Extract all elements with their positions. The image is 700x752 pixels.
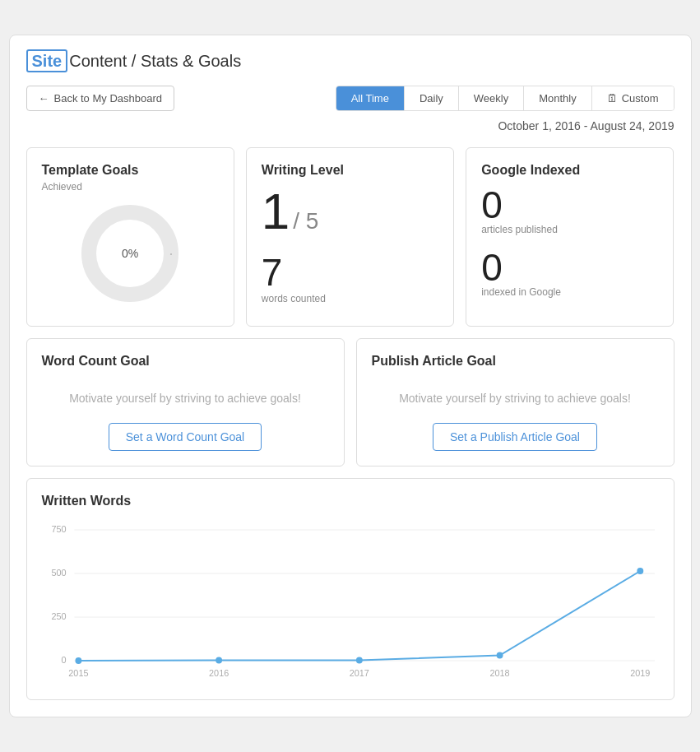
words-counted-number: 7 [262, 253, 438, 291]
set-publish-article-goal-button[interactable]: Set a Publish Article Goal [433, 423, 597, 451]
written-words-chart: 750 500 250 0 2015 2016 2017 2018 2019 [42, 520, 659, 685]
y-label-500: 500 [51, 568, 66, 578]
tab-monthly[interactable]: Monthly [524, 86, 592, 110]
data-point-2018 [496, 652, 503, 659]
x-label-2019: 2019 [630, 668, 650, 678]
google-indexed-card: Google Indexed 0 articles published 0 in… [466, 147, 674, 327]
y-label-750: 750 [51, 524, 66, 534]
writing-level-denom: / 5 [293, 208, 318, 234]
writing-level-title: Writing Level [262, 163, 438, 178]
data-point-2016 [216, 657, 222, 664]
tab-custom[interactable]: 🗓 Custom [592, 86, 674, 110]
indexed-label: indexed in Google [481, 286, 658, 298]
chart-card: Written Words 750 500 250 0 2015 2016 20… [26, 478, 675, 700]
tab-daily[interactable]: Daily [405, 86, 459, 110]
calendar-icon: 🗓 [607, 92, 618, 104]
chart-area: 750 500 250 0 2015 2016 2017 2018 2019 [42, 520, 659, 685]
publish-article-goal-title: Publish Article Goal [372, 354, 659, 369]
chart-line [78, 571, 640, 661]
y-label-250: 250 [51, 611, 66, 621]
articles-count: 0 [481, 186, 658, 224]
pie-label: 0% [122, 247, 138, 260]
breadcrumb-text: Content / Stats & Goals [69, 52, 241, 70]
data-point-2017 [355, 657, 362, 664]
indexed-count: 0 [481, 248, 658, 286]
chart-title: Written Words [42, 494, 659, 508]
stats-row: Template Goals Achieved 0% Writing Level… [26, 147, 675, 327]
x-label-2018: 2018 [489, 668, 509, 678]
breadcrumb: SiteContent / Stats & Goals [26, 52, 242, 71]
tab-custom-label: Custom [622, 92, 659, 104]
articles-label: articles published [481, 224, 658, 235]
template-goals-subtitle: Achieved [42, 181, 219, 193]
back-button[interactable]: ← Back to My Dashboard [26, 86, 175, 111]
page-header: SiteContent / Stats & Goals [26, 52, 675, 71]
time-tabs: All Time Daily Weekly Monthly 🗓 Custom [336, 86, 675, 111]
set-word-count-goal-button[interactable]: Set a Word Count Goal [109, 423, 262, 451]
data-point-2015 [75, 657, 81, 664]
writing-level-row: 1 / 5 [262, 186, 438, 237]
y-label-0: 0 [61, 655, 66, 665]
word-count-motivate: Motivate yourself by striving to achieve… [42, 392, 329, 405]
page-container: SiteContent / Stats & Goals ← Back to My… [9, 35, 692, 717]
indexed-in-google-stat: 0 indexed in Google [481, 248, 658, 298]
writing-level-number: 1 [262, 186, 290, 237]
goals-row: Word Count Goal Motivate yourself by str… [26, 338, 675, 467]
publish-article-motivate: Motivate yourself by striving to achieve… [372, 392, 659, 405]
x-label-2016: 2016 [209, 668, 229, 678]
tab-weekly[interactable]: Weekly [459, 86, 524, 110]
word-count-goal-title: Word Count Goal [42, 354, 329, 369]
template-goals-title: Template Goals [42, 163, 219, 178]
pie-chart-container: 0% [42, 204, 219, 303]
google-indexed-title: Google Indexed [481, 163, 658, 178]
x-label-2015: 2015 [68, 668, 88, 678]
word-count-goal-card: Word Count Goal Motivate yourself by str… [26, 338, 345, 467]
template-goals-card: Template Goals Achieved 0% [26, 147, 234, 327]
x-label-2017: 2017 [349, 668, 369, 678]
brand-label: Site [26, 49, 68, 72]
writing-level-card: Writing Level 1 / 5 7 words counted [246, 147, 454, 327]
data-point-2019 [637, 568, 643, 574]
words-counted-label: words counted [262, 293, 438, 304]
date-range: October 1, 2016 - August 24, 2019 [26, 119, 675, 132]
articles-published-stat: 0 articles published [481, 186, 658, 235]
back-button-label: Back to My Dashboard [54, 92, 163, 104]
nav-bar: ← Back to My Dashboard All Time Daily We… [26, 86, 675, 111]
publish-article-goal-card: Publish Article Goal Motivate yourself b… [356, 338, 675, 467]
pie-chart: 0% [81, 204, 179, 303]
back-arrow-icon: ← [39, 92, 49, 104]
tab-all-time[interactable]: All Time [336, 86, 405, 110]
